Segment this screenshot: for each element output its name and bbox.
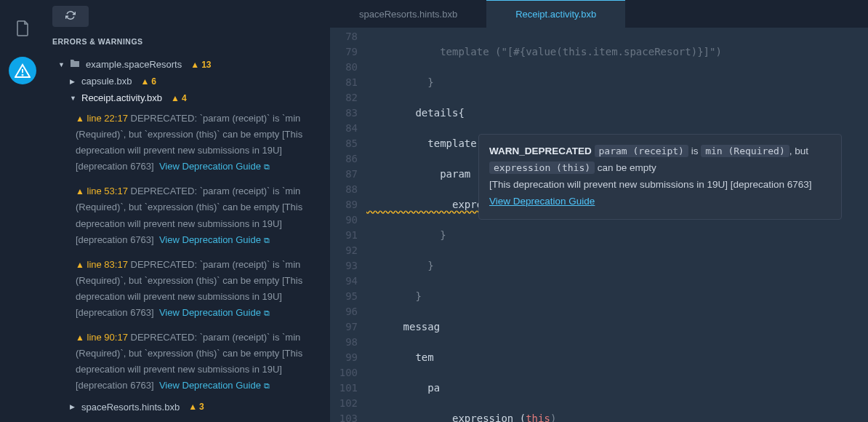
warning-entry[interactable]: ▲ line 83:17 DEPRECATED: `param (receipt…	[52, 252, 327, 325]
warning-entry[interactable]: ▲ line 53:17 DEPRECATED: `param (receipt…	[52, 179, 327, 252]
warning-badge: ▲3	[188, 402, 204, 412]
warning-triangle-icon: ▲	[76, 260, 84, 270]
tab-receipt[interactable]: Receipt.activity.bxb	[486, 0, 625, 28]
tree-file[interactable]: ▶ spaceResorts.hints.bxb ▲3	[52, 399, 327, 415]
tab-hints[interactable]: spaceResorts.hints.bxb	[330, 0, 486, 28]
file-icon[interactable]	[9, 15, 36, 42]
warning-badge: ▲6	[140, 76, 156, 87]
chevron-right-icon: ▶	[70, 403, 77, 410]
deprecation-guide-link[interactable]: View Deprecation Guide	[159, 380, 261, 391]
editor-tabs: spaceResorts.hints.bxb Receipt.activity.…	[330, 0, 868, 28]
deprecation-guide-link[interactable]: View Deprecation Guide	[159, 161, 261, 172]
external-link-icon: ⧉	[264, 236, 270, 244]
chevron-down-icon: ▼	[58, 61, 65, 68]
external-link-icon: ⧉	[264, 162, 270, 171]
tooltip-code-chip: min (Required)	[701, 145, 789, 157]
problems-panel: ERRORS & WARNINGS ▼ example.spaceResorts…	[45, 0, 330, 422]
code-content[interactable]: template ("[#{value(this.item.spaceResor…	[366, 28, 868, 422]
panel-header: ERRORS & WARNINGS	[52, 37, 327, 46]
warning-line-ref: line 53:17	[87, 186, 128, 196]
warning-entry[interactable]: ▲ line 90:17 DEPRECATED: `param (receipt…	[52, 325, 327, 398]
tree-file-label: Receipt.activity.bxb	[81, 92, 162, 103]
warning-triangle-icon: ▲	[76, 186, 84, 196]
warnings-icon[interactable]	[9, 57, 36, 84]
warning-line-ref: line 22:17	[87, 113, 128, 124]
warning-badge: ▲4	[171, 93, 187, 103]
chevron-right-icon: ▶	[70, 78, 77, 85]
tooltip-code-chip: param (receipt)	[595, 145, 688, 157]
activity-rail	[0, 0, 45, 422]
external-link-icon: ⧉	[264, 381, 270, 390]
code-editor[interactable]: 7879808182838485868788899091929394959697…	[330, 28, 868, 422]
tree-root-label: example.spaceResorts	[86, 59, 182, 70]
warning-line-ref: line 83:17	[87, 259, 128, 270]
tree-file[interactable]: ▼ Receipt.activity.bxb ▲4	[52, 89, 327, 106]
diagnostic-tooltip: WARN_DEPRECATED param (receipt) is min (…	[478, 134, 842, 220]
external-link-icon: ⧉	[264, 308, 270, 317]
tooltip-deprecation-link[interactable]: View Deprecation Guide	[489, 196, 595, 207]
tooltip-message: [This deprecation will prevent new submi…	[489, 177, 831, 194]
deprecation-guide-link[interactable]: View Deprecation Guide	[159, 234, 261, 245]
tree-root[interactable]: ▼ example.spaceResorts ▲13	[52, 56, 327, 73]
warning-badge: ▲13	[190, 60, 211, 70]
deprecation-guide-link[interactable]: View Deprecation Guide	[159, 307, 261, 318]
warning-line-ref: line 90:17	[87, 332, 128, 343]
warning-triangle-icon: ▲	[76, 114, 84, 124]
tooltip-tag: WARN_DEPRECATED	[489, 146, 592, 156]
chevron-down-icon: ▼	[70, 95, 77, 102]
line-gutter: 7879808182838485868788899091929394959697…	[330, 28, 366, 422]
svg-point-1	[23, 75, 23, 76]
tooltip-code-chip: expression (this)	[489, 162, 595, 174]
tree-file[interactable]: ▶ capsule.bxb ▲6	[52, 73, 327, 89]
folder-icon	[70, 59, 80, 70]
warning-entry[interactable]: ▲ line 22:17 DEPRECATED: `param (receipt…	[52, 106, 327, 179]
tree-file-label: spaceResorts.hints.bxb	[81, 402, 180, 413]
refresh-button[interactable]	[52, 6, 89, 27]
tree-file-label: capsule.bxb	[81, 76, 132, 87]
warning-triangle-icon: ▲	[76, 333, 84, 343]
editor-area: spaceResorts.hints.bxb Receipt.activity.…	[330, 0, 868, 422]
